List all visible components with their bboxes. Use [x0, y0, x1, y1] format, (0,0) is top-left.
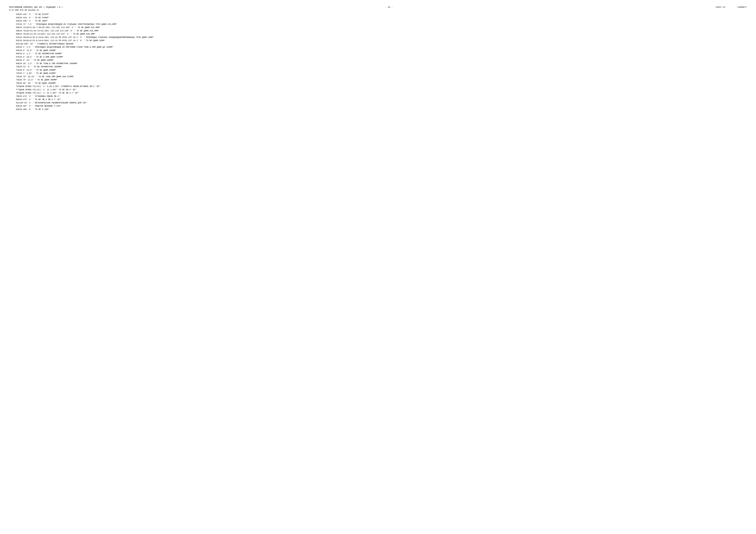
- header-program-line: ПРОГРАММНЫЙ КОМПЛЕКС АВС-3ЕС ( РЕДАКЦИЯ …: [9, 6, 63, 8]
- row-text: С130-33' 1' ' МЕТАЛЛИЧЕСКАЯ РАСШИРИТЕЛЬН…: [18, 101, 747, 105]
- row-text: Е20-70' 18,18' ' ТО ЖЕ ТОЛШ.2ММ ДИАМ.200…: [18, 75, 747, 78]
- row-text: Е20-474' 2' ' УСТАНОВКА ЛЮКОВ ЛВ-2*: [18, 95, 747, 98]
- table-row: 71Е20-6' 22,8' ' ТО ЖЕ ДИАМ.500ММ*: [9, 68, 747, 72]
- table-row: 83Е20-408' 8' ' ТО ЖЕ Р-200*: [9, 108, 747, 111]
- row-number: 82: [9, 104, 18, 108]
- row-text: Е20-3' 1,2' ' ТО ЖЕ ПЕРИМЕТРОМ 600ММ*: [18, 52, 747, 55]
- row-text: Е20-5' 33' ' ТО ЖЕ ДИАМ.400ММ*: [18, 59, 747, 62]
- row-text: Е16-76(А2=14,64-13+16,10#) 113-218 113-2…: [18, 29, 747, 33]
- row-number: 75: [9, 82, 18, 85]
- table-row: 75Е20-86' 20' ' ТО ЖЕ ДИАМ.1000ММ*: [9, 82, 747, 85]
- row-number: 57: [9, 23, 18, 26]
- row-text: Е20-2' 12,9' ' ТО ЖЕ ДИАМ.200ММ*: [18, 49, 747, 52]
- row-text: С130-640' 10' ' СТОИМОСТЬ ПИТОМЕТРАЖНЫХ …: [18, 42, 747, 46]
- table-row: 55Е20-444' 4' ' ТО ЖЕ Р400Р*: [9, 16, 747, 19]
- row-number: 77: [9, 88, 18, 91]
- table-row: 80Е20-475' 3' ' ТО ЖЕ ЛВ-4 ЛВ-4-7' ШТ*: [9, 98, 747, 101]
- row-number: 62: [9, 39, 18, 42]
- row-text: Е20-6' 22,8' ' ТО ЖЕ ДИАМ.500ММ*: [18, 68, 747, 72]
- header-doc-number: 24637-13: [716, 6, 725, 8]
- row-number: 55: [9, 16, 18, 19]
- table-row: 82Е20-407' 4' ' РЕШЕТКИ ЩЕЛЕВЫЕ Р-150*: [9, 104, 747, 108]
- row-number: 63: [9, 42, 18, 46]
- row-text: Е20-446' 2' ' ТО ЖЕ 500Р*: [18, 19, 747, 23]
- row-number: 60: [9, 33, 18, 36]
- row-text: Е16-74(А2=9,40-7,99+10,30#) 113-202 113-…: [18, 26, 747, 29]
- header-left: ПРОГРАММНЫЙ КОМПЛЕКС АВС-3ЕС ( РЕДАКЦИЯ …: [9, 6, 63, 8]
- row-number: 66: [9, 52, 18, 55]
- row-number: 69: [9, 62, 18, 65]
- row-text: Е16-38(А2=0,92-0,54+0,49#) 113-16 ПР-НТ0…: [18, 36, 747, 39]
- row-text: Е20-408' 8' ' ТО ЖЕ Р-200*: [18, 108, 747, 111]
- content-table: 54Е20-442' 3' ' ТО ЖЕ Р315Р*55Е20-444' 4…: [9, 13, 747, 111]
- header-subtitle: А-IУ-600-476.90 Альбом I2: [9, 9, 747, 11]
- table-row: 59Е16-76(А2=14,64-13+16,10#) 113-218 113…: [9, 29, 747, 33]
- table-row: 78ТЦЕНА ШТАБА ГО(=21)' 1' 44.1,087' ТО Ж…: [9, 91, 747, 95]
- row-number: 79: [9, 95, 18, 98]
- table-row: 68Е20-5' 33' ' ТО ЖЕ ДИАМ.400ММ*: [9, 59, 747, 62]
- table-row: 54Е20-442' 3' ' ТО ЖЕ Р315Р*: [9, 13, 747, 16]
- table-row: 62Е16-38(А2=0,92-0,54+0,68#) 113-16 ПР-Н…: [9, 39, 747, 42]
- row-text: Е20-79' 12,6' ' ТО ЖЕ ДИАМ.400ММ*: [18, 78, 747, 82]
- row-text: Е20-4' 20,5' ' ТО ЖЕ 0,6ММ ДИАМ.315ММ*: [18, 55, 747, 59]
- row-text: ТЦЕНА ШТАБА ГО(=21)' 2' 15.1,087' ТО ЖЕ …: [18, 88, 747, 91]
- row-number: 81: [9, 101, 18, 105]
- header-page-number: - 63 -: [386, 6, 393, 8]
- row-text: Е16-76(А2=14,64-13+29#) 113-218 113-237'…: [18, 33, 747, 36]
- row-text: Е20-10' 2,5' ' ТО ЖЕ ТОЛШ.0,7ММ ПЕРИМЕТР…: [18, 62, 747, 65]
- header-catalog-number: 14900077: [738, 6, 747, 8]
- row-text: Е20-444' 4' ' ТО ЖЕ Р400Р*: [18, 16, 747, 19]
- row-number: 65: [9, 49, 18, 52]
- table-row: 77ТЦЕНА ШТАБА ГО(=21)' 2' 15.1,087' ТО Ж…: [9, 88, 747, 91]
- table-row: 79Е20-474' 2' ' УСТАНОВКА ЛЮКОВ ЛВ-2*: [9, 95, 747, 98]
- row-number: 72: [9, 72, 18, 75]
- row-number: 71: [9, 68, 18, 72]
- row-number: 59: [9, 29, 18, 33]
- row-number: 64: [9, 45, 18, 49]
- row-number: 67: [9, 55, 18, 59]
- page-header: ПРОГРАММНЫЙ КОМПЛЕКС АВС-3ЕС ( РЕДАКЦИЯ …: [9, 6, 747, 8]
- row-text: Е16-72' 7,5' ' ПРОКЛАДКА ВОЗДУХОВОДОВ ИЗ…: [18, 23, 747, 26]
- row-text: Е16-38(А2=0,92-0,54+0,68#) 113-16 ПР-НТ0…: [18, 39, 747, 42]
- row-number: 74: [9, 78, 18, 82]
- table-row: 65Е20-2' 12,9' ' ТО ЖЕ ДИАМ.200ММ*: [9, 49, 747, 52]
- table-row: 58Е16-74(А2=9,40-7,99+10,30#) 113-202 11…: [9, 26, 747, 29]
- row-text: Е20-1' 2,5' ' ПРОКЛАДКА ВОЗДУХОВОДОВ ИЗ …: [18, 45, 747, 49]
- row-number: 80: [9, 98, 18, 101]
- row-number: 76: [9, 85, 18, 88]
- table-row: 63С130-640' 10' ' СТОИМОСТЬ ПИТОМЕТРАЖНЫ…: [9, 42, 747, 46]
- row-number: 58: [9, 26, 18, 29]
- table-row: 64Е20-1' 2,5' ' ПРОКЛАДКА ВОЗДУХОВОДОВ И…: [9, 45, 747, 49]
- row-number: 68: [9, 59, 18, 62]
- table-row: 61Е16-38(А2=0,92-0,54+0,49#) 113-16 ПР-Н…: [9, 36, 747, 39]
- table-row: 81С130-33' 1' ' МЕТАЛЛИЧЕСКАЯ РАСШИРИТЕЛ…: [9, 101, 747, 105]
- row-text: Е20-475' 3' ' ТО ЖЕ ЛВ-4 ЛВ-4-7' ШТ*: [18, 98, 747, 101]
- row-text: Е20-407' 4' ' РЕШЕТКИ ЩЕЛЕВЫЕ Р-150*: [18, 104, 747, 108]
- row-number: 73: [9, 75, 18, 78]
- row-number: 54: [9, 13, 18, 16]
- row-number: 61: [9, 36, 18, 39]
- table-row: 66Е20-3' 1,2' ' ТО ЖЕ ПЕРИМЕТРОМ 600ММ*: [9, 52, 747, 55]
- table-row: 73Е20-70' 18,18' ' ТО ЖЕ ТОЛШ.2ММ ДИАМ.2…: [9, 75, 747, 78]
- row-number: 56: [9, 19, 18, 23]
- table-row: 72Е20-7' 3,96' ' ТО ЖЕ ДИАМ.630ММ*: [9, 72, 747, 75]
- table-row: 60Е16-76(А2=14,64-13+29#) 113-218 113-23…: [9, 33, 747, 36]
- row-number: 78: [9, 91, 18, 95]
- table-row: 70Е20-13' 6' ' ТО ЖЕ ПЕРИМЕТРОМ 2000ММ*: [9, 65, 747, 68]
- table-row: 56Е20-446' 2' ' ТО ЖЕ 500Р*: [9, 19, 747, 23]
- table-row: 57Е16-72' 7,5' ' ПРОКЛАДКА ВОЗДУХОВОДОВ …: [9, 23, 747, 26]
- row-text: Е20-7' 3,96' ' ТО ЖЕ ДИАМ.630ММ*: [18, 72, 747, 75]
- table-row: 67Е20-4' 20,5' ' ТО ЖЕ 0,6ММ ДИАМ.315ММ*: [9, 55, 747, 59]
- table-row: 76ТЦЕНА ШТАБА ГО(=21)' 2' 5,40,1,087' СТ…: [9, 85, 747, 88]
- row-text: ТЦЕНА ШТАБА ГО(=21)' 1' 44.1,087' ТО ЖЕ …: [18, 91, 747, 95]
- table-row: 74Е20-79' 12,6' ' ТО ЖЕ ДИАМ.400ММ*: [9, 78, 747, 82]
- row-text: Е20-13' 6' ' ТО ЖЕ ПЕРИМЕТРОМ 2000ММ*: [18, 65, 747, 68]
- row-number: 70: [9, 65, 18, 68]
- row-text: Е20-86' 20' ' ТО ЖЕ ДИАМ.1000ММ*: [18, 82, 747, 85]
- row-text: Е20-442' 3' ' ТО ЖЕ Р315Р*: [18, 13, 747, 16]
- table-row: 69Е20-10' 2,5' ' ТО ЖЕ ТОЛШ.0,7ММ ПЕРИМЕ…: [9, 62, 747, 65]
- row-number: 83: [9, 108, 18, 111]
- row-text: ТЦЕНА ШТАБА ГО(=21)' 2' 5,40,1,087' СТОИ…: [18, 85, 747, 88]
